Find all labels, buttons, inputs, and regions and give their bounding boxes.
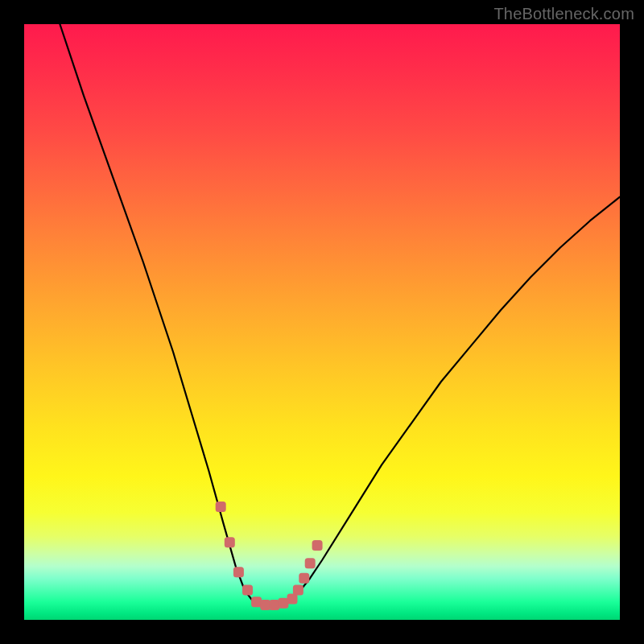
valley-marker xyxy=(225,537,235,547)
chart-frame: TheBottleneck.com xyxy=(0,0,644,644)
valley-marker xyxy=(287,594,298,605)
valley-marker xyxy=(233,567,244,577)
curve-layer xyxy=(24,24,620,620)
valley-marker xyxy=(305,558,316,568)
bottleneck-curve-path xyxy=(60,24,620,605)
valley-marker xyxy=(278,598,288,609)
valley-markers xyxy=(216,502,323,610)
valley-marker xyxy=(251,597,262,607)
valley-marker xyxy=(293,585,303,596)
valley-marker xyxy=(299,573,309,584)
valley-marker xyxy=(269,600,279,610)
valley-marker xyxy=(260,600,270,610)
plot-area xyxy=(24,24,620,620)
valley-marker xyxy=(312,540,323,551)
valley-marker xyxy=(242,585,253,596)
valley-marker xyxy=(216,502,226,512)
watermark-text: TheBottleneck.com xyxy=(493,5,634,23)
